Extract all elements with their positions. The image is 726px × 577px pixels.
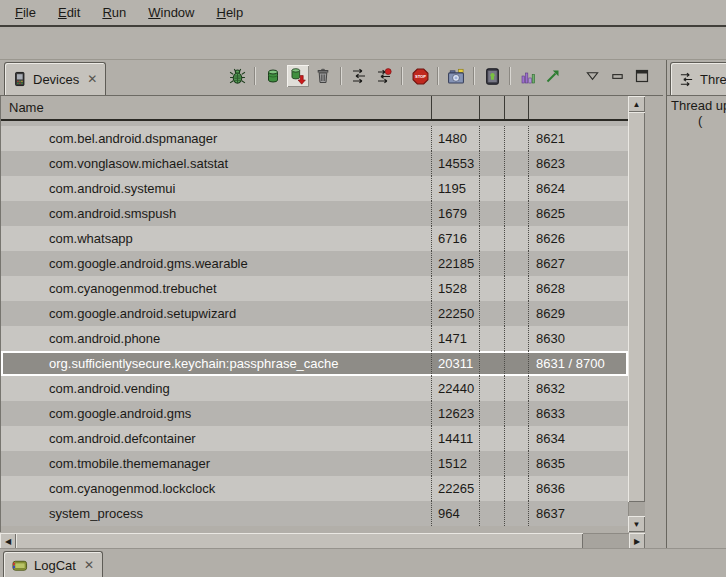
process-port-cell[interactable]: 8624 bbox=[528, 176, 628, 201]
process-col3-cell[interactable] bbox=[479, 376, 504, 401]
debug-process-icon[interactable] bbox=[226, 65, 248, 87]
process-col3-cell[interactable] bbox=[479, 226, 504, 251]
process-row[interactable]: com.android.defcontainer 14411 8634 bbox=[1, 426, 628, 451]
process-row[interactable]: com.google.android.gms 12623 8633 bbox=[1, 401, 628, 426]
process-col3-cell[interactable] bbox=[479, 451, 504, 476]
process-port-cell[interactable]: 8630 bbox=[528, 326, 628, 351]
process-col4-cell[interactable] bbox=[504, 476, 528, 501]
process-port-cell[interactable]: 8631 / 8700 bbox=[528, 351, 628, 376]
process-pid-cell[interactable]: 1679 bbox=[431, 201, 479, 226]
process-col4-cell[interactable] bbox=[504, 426, 528, 451]
process-col4-cell[interactable] bbox=[504, 226, 528, 251]
process-col4-cell[interactable] bbox=[504, 276, 528, 301]
column-header-4[interactable] bbox=[504, 96, 528, 119]
process-col4-cell[interactable] bbox=[504, 351, 528, 376]
process-col3-cell[interactable] bbox=[479, 476, 504, 501]
process-port-cell[interactable]: 8623 bbox=[528, 151, 628, 176]
process-name-cell[interactable]: com.google.android.gms.wearable bbox=[1, 251, 431, 276]
process-name-cell[interactable]: com.whatsapp bbox=[1, 226, 431, 251]
dump-hprof-icon[interactable] bbox=[287, 65, 309, 87]
process-pid-cell[interactable]: 22440 bbox=[431, 376, 479, 401]
process-port-cell[interactable]: 8632 bbox=[528, 376, 628, 401]
process-col4-cell[interactable] bbox=[504, 126, 528, 151]
process-col3-cell[interactable] bbox=[479, 151, 504, 176]
process-port-cell[interactable]: 8636 bbox=[528, 476, 628, 501]
horizontal-scrollbar-thumb[interactable] bbox=[16, 533, 583, 549]
maximize-icon[interactable] bbox=[631, 65, 653, 87]
process-name-cell[interactable]: com.cyanogenmod.trebuchet bbox=[1, 276, 431, 301]
column-header-name[interactable]: Name bbox=[1, 96, 431, 119]
process-port-cell[interactable]: 8627 bbox=[528, 251, 628, 276]
scroll-up-arrow[interactable]: ▲ bbox=[628, 96, 645, 112]
process-col4-cell[interactable] bbox=[504, 251, 528, 276]
tab-logcat-close-icon[interactable]: ✕ bbox=[84, 558, 94, 572]
process-col4-cell[interactable] bbox=[504, 201, 528, 226]
menu-item-run[interactable]: Run bbox=[91, 2, 137, 23]
process-col3-cell[interactable] bbox=[479, 176, 504, 201]
vertical-scrollbar[interactable]: ▲ ▼ bbox=[628, 96, 645, 532]
menu-item-window[interactable]: Window bbox=[137, 2, 205, 23]
tab-threads[interactable]: Threads bbox=[670, 62, 726, 95]
process-pid-cell[interactable]: 22185 bbox=[431, 251, 479, 276]
screen-capture-camera-icon[interactable] bbox=[445, 65, 467, 87]
process-port-cell[interactable]: 8637 bbox=[528, 501, 628, 526]
process-row[interactable]: com.android.systemui 1195 8624 bbox=[1, 176, 628, 201]
process-col3-cell[interactable] bbox=[479, 351, 504, 376]
process-pid-cell[interactable]: 1512 bbox=[431, 451, 479, 476]
process-pid-cell[interactable]: 1480 bbox=[431, 126, 479, 151]
process-row[interactable]: com.vonglasow.michael.satstat 14553 8623 bbox=[1, 151, 628, 176]
process-col3-cell[interactable] bbox=[479, 501, 504, 526]
menu-item-help[interactable]: Help bbox=[205, 2, 254, 23]
process-col4-cell[interactable] bbox=[504, 151, 528, 176]
column-header-3[interactable] bbox=[479, 96, 504, 119]
process-name-cell[interactable]: system_process bbox=[1, 501, 431, 526]
process-name-cell[interactable]: com.android.smspush bbox=[1, 201, 431, 226]
process-name-cell[interactable]: org.sufficientlysecure.keychain:passphra… bbox=[1, 351, 431, 376]
process-row[interactable]: com.android.smspush 1679 8625 bbox=[1, 201, 628, 226]
tab-devices[interactable]: Devices ✕ bbox=[4, 62, 106, 95]
update-heap-icon[interactable] bbox=[262, 65, 284, 87]
process-pid-cell[interactable]: 1528 bbox=[431, 276, 479, 301]
process-pid-cell[interactable]: 20311 bbox=[431, 351, 479, 376]
process-row[interactable]: com.android.phone 1471 8630 bbox=[1, 326, 628, 351]
sysinfo-bars-icon[interactable] bbox=[517, 65, 539, 87]
process-name-cell[interactable]: com.bel.android.dspmanager bbox=[1, 126, 431, 151]
process-col3-cell[interactable] bbox=[479, 301, 504, 326]
process-col4-cell[interactable] bbox=[504, 301, 528, 326]
process-col4-cell[interactable] bbox=[504, 501, 528, 526]
process-row[interactable]: com.bel.android.dspmanager 1480 8621 bbox=[1, 126, 628, 151]
process-pid-cell[interactable]: 1195 bbox=[431, 176, 479, 201]
menu-item-file[interactable]: File bbox=[4, 2, 47, 23]
process-row[interactable]: com.whatsapp 6716 8626 bbox=[1, 226, 628, 251]
process-name-cell[interactable]: com.google.android.setupwizard bbox=[1, 301, 431, 326]
process-pid-cell[interactable]: 12623 bbox=[431, 401, 479, 426]
process-col3-cell[interactable] bbox=[479, 326, 504, 351]
screen-mirror-device-icon[interactable] bbox=[481, 65, 503, 87]
process-port-cell[interactable]: 8626 bbox=[528, 226, 628, 251]
minimize-icon[interactable] bbox=[606, 65, 628, 87]
process-col4-cell[interactable] bbox=[504, 326, 528, 351]
process-pid-cell[interactable]: 964 bbox=[431, 501, 479, 526]
process-col4-cell[interactable] bbox=[504, 401, 528, 426]
update-threads-icon[interactable] bbox=[348, 65, 370, 87]
process-row[interactable]: com.cyanogenmod.trebuchet 1528 8628 bbox=[1, 276, 628, 301]
process-col4-cell[interactable] bbox=[504, 176, 528, 201]
process-row[interactable]: system_process 964 8637 bbox=[1, 501, 628, 526]
scroll-right-arrow[interactable]: ▶ bbox=[629, 533, 645, 549]
process-name-cell[interactable]: com.tmobile.thememanager bbox=[1, 451, 431, 476]
process-col3-cell[interactable] bbox=[479, 276, 504, 301]
scroll-down-arrow[interactable]: ▼ bbox=[628, 516, 645, 532]
process-name-cell[interactable]: com.google.android.gms bbox=[1, 401, 431, 426]
process-pid-cell[interactable]: 6716 bbox=[431, 226, 479, 251]
process-pid-cell[interactable]: 14553 bbox=[431, 151, 479, 176]
process-port-cell[interactable]: 8634 bbox=[528, 426, 628, 451]
process-pid-cell[interactable]: 14411 bbox=[431, 426, 479, 451]
process-name-cell[interactable]: com.android.defcontainer bbox=[1, 426, 431, 451]
stop-process-icon[interactable]: STOP bbox=[409, 65, 431, 87]
process-port-cell[interactable]: 8625 bbox=[528, 201, 628, 226]
process-row[interactable]: com.google.android.setupwizard 22250 862… bbox=[1, 301, 628, 326]
process-pid-cell[interactable]: 1471 bbox=[431, 326, 479, 351]
process-port-cell[interactable]: 8621 bbox=[528, 126, 628, 151]
tab-devices-close-icon[interactable]: ✕ bbox=[87, 72, 97, 86]
process-port-cell[interactable]: 8633 bbox=[528, 401, 628, 426]
